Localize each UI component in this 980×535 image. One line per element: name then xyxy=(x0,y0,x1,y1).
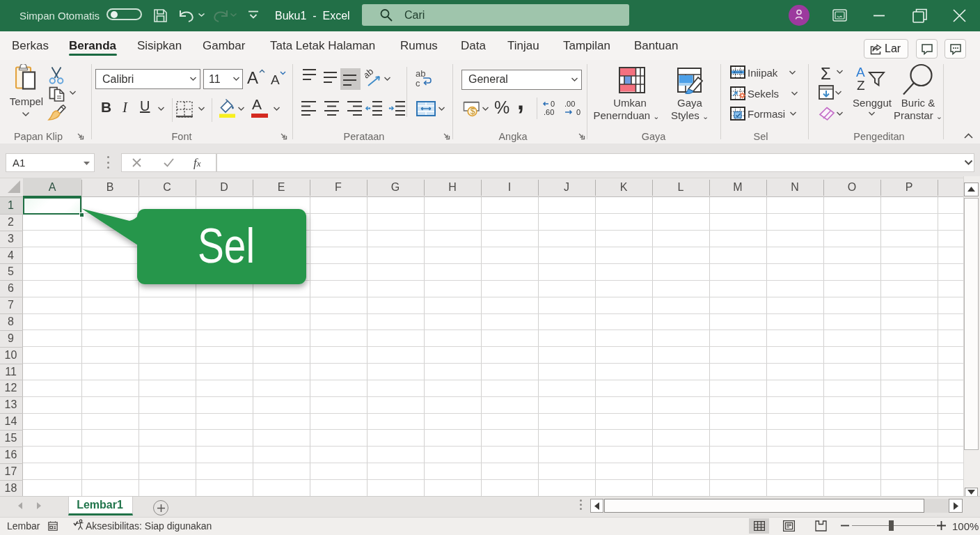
svg-text:.60: .60 xyxy=(544,108,554,116)
svg-text:A: A xyxy=(856,65,865,79)
svg-text:$: $ xyxy=(471,107,475,116)
svg-text:0: 0 xyxy=(551,100,555,108)
svg-text:ab: ab xyxy=(365,70,375,81)
svg-text:c: c xyxy=(416,78,420,88)
svg-text:0: 0 xyxy=(576,108,580,116)
svg-text:Sel: Sel xyxy=(198,219,255,273)
svg-text:ab: ab xyxy=(416,69,425,79)
svg-text:Z: Z xyxy=(857,78,865,91)
svg-text:.00: .00 xyxy=(564,100,575,108)
